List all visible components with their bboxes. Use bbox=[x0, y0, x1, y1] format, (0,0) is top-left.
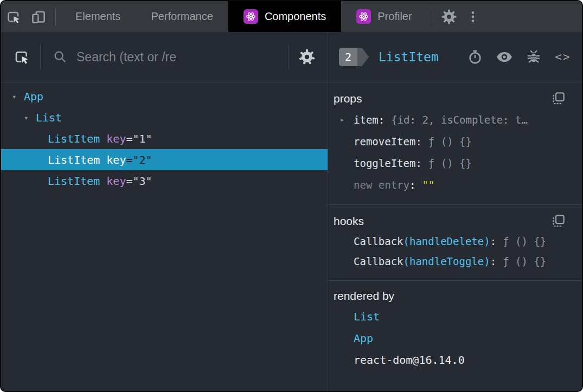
hooks-section: hooks Callback(handleDelete):ƒ () {} bbox=[328, 205, 582, 281]
prop-row-new-entry[interactable]: new entry:"" bbox=[328, 174, 573, 196]
component-tree-pane: ▾ App ▾ List ListItem key="1" ListItem k… bbox=[1, 32, 328, 392]
inspect-cursor-icon bbox=[5, 9, 22, 25]
stopwatch-icon bbox=[467, 49, 483, 65]
key-attr-name: key bbox=[106, 175, 126, 188]
tab-elements[interactable]: Elements bbox=[60, 1, 136, 32]
tab-profiler[interactable]: Profiler bbox=[341, 1, 427, 32]
key-attr-name: key bbox=[106, 153, 126, 166]
gear-icon bbox=[440, 8, 458, 25]
new-prop-placeholder[interactable]: new entry bbox=[354, 179, 409, 191]
owners-stack-badge[interactable]: 2 bbox=[339, 48, 369, 66]
prop-row-toggleitem[interactable]: toggleItem:ƒ () {} bbox=[328, 152, 573, 174]
prop-value: {id: 2, isComplete: t… bbox=[391, 114, 528, 126]
device-toolbar-button[interactable] bbox=[26, 1, 51, 32]
component-search bbox=[46, 49, 283, 65]
prop-name: removeItem bbox=[354, 136, 415, 147]
new-prop-value[interactable]: "" bbox=[422, 179, 434, 191]
prop-colon: : bbox=[415, 136, 421, 147]
prop-colon: : bbox=[379, 114, 385, 126]
tree-row-list[interactable]: ▾ List bbox=[1, 107, 328, 128]
tab-bar-divider bbox=[55, 8, 56, 25]
tab-performance[interactable]: Performance bbox=[136, 1, 228, 32]
select-component-button[interactable] bbox=[9, 48, 35, 66]
tree-row-listitem-3[interactable]: ListItem key="3" bbox=[1, 170, 328, 191]
gear-icon bbox=[298, 48, 316, 66]
prop-row-removeitem[interactable]: removeItem:ƒ () {} bbox=[328, 131, 573, 152]
prop-name: toggleItem bbox=[354, 157, 415, 169]
hook-type: Callback bbox=[354, 255, 403, 267]
tab-components-label: Components bbox=[265, 10, 326, 23]
hooks-section-title: hooks bbox=[334, 215, 364, 228]
props-section: props ▸item:{id: 2, isComplete: t… bbox=[328, 82, 582, 205]
prop-value: ƒ () {} bbox=[428, 136, 472, 147]
react-logo-icon bbox=[244, 9, 258, 24]
rendered-by-title: rendered by bbox=[334, 290, 394, 303]
component-tree: ▾ App ▾ List ListItem key="1" ListItem k… bbox=[1, 82, 328, 191]
copy-icon bbox=[551, 91, 566, 106]
search-input[interactable] bbox=[75, 49, 283, 65]
prop-colon: : bbox=[409, 179, 415, 191]
tab-components[interactable]: Components bbox=[228, 1, 341, 32]
tab-profiler-label: Profiler bbox=[377, 10, 412, 23]
owner-link[interactable]: List bbox=[354, 310, 380, 323]
inspect-dom-button[interactable] bbox=[496, 48, 512, 66]
tab-performance-label: Performance bbox=[151, 10, 213, 23]
tree-row-listitem-2-selected[interactable]: ListItem key="2" bbox=[1, 149, 328, 170]
inspect-element-button[interactable] bbox=[1, 1, 26, 32]
component-name: ListItem bbox=[48, 132, 100, 145]
tree-row-listitem-1[interactable]: ListItem key="1" bbox=[1, 128, 328, 149]
devtools-settings-button[interactable] bbox=[437, 1, 462, 32]
key-attr-value: ="1" bbox=[126, 132, 152, 145]
copy-props-button[interactable] bbox=[551, 91, 566, 106]
copy-icon bbox=[551, 214, 566, 228]
prop-name: item bbox=[354, 114, 379, 126]
copy-hooks-button[interactable] bbox=[551, 214, 566, 228]
component-name: List bbox=[36, 111, 62, 124]
rendered-by-section: rendered by List App react-dom@16.14.0 bbox=[328, 281, 582, 380]
hook-row-handledelete[interactable]: Callback(handleDelete):ƒ () {} bbox=[328, 232, 573, 252]
prop-colon: : bbox=[415, 157, 421, 169]
code-brackets-icon: <> bbox=[555, 50, 571, 63]
selected-component-name: ListItem bbox=[379, 50, 439, 64]
tree-toolbar bbox=[1, 32, 328, 82]
hook-name: (handleToggle) bbox=[403, 255, 490, 267]
toolbar-divider bbox=[288, 44, 289, 69]
suspend-component-button[interactable] bbox=[467, 49, 483, 65]
chevron-down-icon[interactable]: ▾ bbox=[24, 113, 36, 122]
prop-value: ƒ () {} bbox=[428, 157, 472, 169]
devtools-menu-button[interactable] bbox=[462, 1, 484, 32]
chevron-down-icon[interactable]: ▾ bbox=[12, 92, 24, 101]
react-dom-version: react-dom@16.14.0 bbox=[354, 354, 465, 367]
key-attr-value: ="2" bbox=[126, 153, 152, 166]
prop-row-item[interactable]: ▸item:{id: 2, isComplete: t… bbox=[328, 109, 573, 131]
hook-value: ƒ () {} bbox=[503, 235, 546, 247]
inspect-cursor-icon bbox=[13, 48, 30, 66]
component-name: ListItem bbox=[48, 175, 100, 188]
react-logo-icon bbox=[356, 9, 371, 24]
badge-arrow-icon bbox=[357, 48, 369, 66]
hook-type: Callback bbox=[354, 235, 403, 247]
components-panel: ▾ App ▾ List ListItem key="1" ListItem k… bbox=[1, 32, 582, 392]
component-name: App bbox=[24, 90, 43, 103]
devtools-tab-bar: Elements Performance Components bbox=[1, 1, 582, 32]
tab-bar-divider bbox=[432, 8, 432, 25]
rendered-by-react-dom: react-dom@16.14.0 bbox=[328, 349, 573, 371]
log-component-button[interactable] bbox=[526, 49, 542, 65]
view-source-button[interactable]: <> bbox=[555, 50, 571, 63]
bug-icon bbox=[526, 49, 542, 65]
chevron-right-icon[interactable]: ▸ bbox=[340, 109, 344, 131]
hook-row-handletoggle[interactable]: Callback(handleToggle):ƒ () {} bbox=[328, 252, 573, 272]
tree-row-app[interactable]: ▾ App bbox=[1, 86, 328, 107]
rendered-by-app[interactable]: App bbox=[328, 327, 573, 349]
devtools-window: Elements Performance Components bbox=[0, 0, 583, 392]
props-section-title: props bbox=[334, 92, 362, 105]
rendered-by-list[interactable]: List bbox=[328, 306, 573, 327]
hook-name: (handleDelete) bbox=[403, 235, 490, 247]
toolbar-divider bbox=[40, 44, 41, 69]
key-attr-value: ="3" bbox=[126, 175, 152, 188]
hook-value: ƒ () {} bbox=[503, 255, 546, 267]
view-settings-button[interactable] bbox=[294, 48, 320, 66]
owner-link[interactable]: App bbox=[354, 332, 373, 345]
hook-colon: : bbox=[490, 235, 496, 247]
badge-count: 2 bbox=[339, 48, 357, 66]
